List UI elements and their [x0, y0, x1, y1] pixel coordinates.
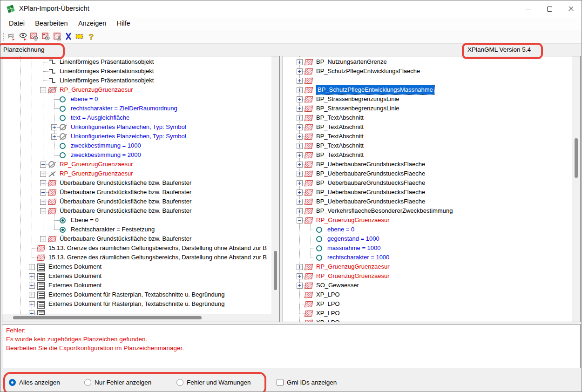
tree-item-label[interactable]: Externes Dokument für Rasterplan, Textab…	[48, 290, 224, 299]
expand-toggle[interactable]	[297, 59, 303, 65]
tree-item-label[interactable]: Externes Dokument	[48, 271, 102, 281]
tree-item-label[interactable]: 15.13. Grenze des räumlichen Geltungsber…	[48, 253, 267, 262]
delete-icon[interactable]	[64, 32, 74, 41]
menu-hilfe[interactable]: Hilfe	[113, 20, 135, 27]
tree-item[interactable]: BP_UeberbaubareGrundstuecksFlaeche	[283, 188, 572, 197]
tree-item[interactable]: BP_NutzungsartenGrenze	[283, 57, 572, 67]
tree-item[interactable]: BP_UeberbaubareGrundstuecksFlaeche	[283, 160, 572, 169]
tree-item-label[interactable]: ebene = 0	[327, 225, 354, 234]
tree-item-label[interactable]: RP_GruenzugGruenzaesur	[316, 216, 390, 225]
expand-toggle[interactable]	[40, 199, 46, 205]
help-icon[interactable]: ?	[87, 32, 96, 41]
tree-item-label[interactable]: BP_SchutzPflegeEntwicklungsMassnahme	[316, 85, 434, 95]
tree-item[interactable]: Linienförmiges Präsentationsobjekt	[2, 67, 271, 76]
tree-item[interactable]: RP_GruenzugGruenzaesur	[2, 160, 271, 169]
expand-toggle[interactable]	[297, 143, 303, 149]
expand-toggle[interactable]	[297, 208, 303, 214]
expand-toggle[interactable]	[29, 311, 35, 315]
tree-item-label[interactable]: BP_VerkehrsflaecheBesondererZweckbestimm…	[316, 206, 453, 216]
expand-toggle[interactable]	[297, 162, 303, 168]
expand-toggle[interactable]	[40, 189, 46, 196]
tree-item-label[interactable]: Überbaubare Grundstücksfläche bzw. Baufe…	[60, 178, 191, 188]
tree-item[interactable]: Überbaubare Grundstücksfläche bzw. Baufe…	[2, 197, 271, 206]
expand-toggle[interactable]	[51, 124, 57, 130]
tree-item[interactable]: rechtscharakter = 1000	[283, 253, 572, 262]
tree-item-label[interactable]: BP_UeberbaubareGrundstuecksFlaeche	[316, 197, 425, 206]
expand-toggle[interactable]	[29, 283, 35, 289]
eye-icon[interactable]	[19, 32, 28, 41]
tree-item[interactable]: RP_GruenzugGruenzaesur	[283, 262, 572, 271]
tree-item-label[interactable]: RP_GruenzugGruenzaesur	[60, 169, 133, 178]
tree-item-label[interactable]: SO_Gewaesser	[316, 281, 359, 290]
expand-toggle[interactable]	[297, 264, 303, 270]
tree-item[interactable]: BP_TextAbschnitt	[283, 150, 572, 160]
tree-item[interactable]: massnahme = 1000	[283, 243, 572, 253]
tree-item[interactable]: RP_GruenzugGruenzaesur	[2, 169, 271, 178]
tree-item[interactable]: BP_TextAbschnitt	[283, 132, 572, 141]
tree-item[interactable]: BP_UeberbaubareGrundstuecksFlaeche	[283, 197, 572, 206]
maximize-button[interactable]	[539, 0, 560, 17]
tree-item[interactable]: XP_LPO	[283, 318, 572, 322]
tree-item[interactable]: BP_TextAbschnitt	[283, 122, 572, 132]
tree-item-label[interactable]: 15.13. Grenze des räumlichen Geltungsber…	[48, 243, 267, 253]
tree-item-label[interactable]: BP_TextAbschnitt	[316, 132, 364, 141]
tree-item-label[interactable]: BP_TextAbschnitt	[316, 150, 364, 160]
expand-toggle[interactable]	[297, 189, 303, 196]
tree-item-label[interactable]: Externes Dokument	[48, 281, 102, 290]
planzeichen-manager-icon[interactable]	[53, 32, 62, 41]
expand-toggle[interactable]	[297, 273, 303, 279]
tree-item[interactable]: BP_TextAbschnitt	[283, 141, 572, 150]
tree-item[interactable]: Linienförmiges Präsentationsobjekt	[2, 57, 271, 67]
tree-item[interactable]: BP_TextAbschnitt	[283, 113, 572, 122]
tree-item[interactable]: Externes Dokument	[2, 281, 271, 290]
expand-toggle[interactable]	[29, 301, 35, 307]
tree-item[interactable]: 15.13. Grenze des räumlichen Geltungsber…	[2, 243, 271, 253]
tree-item-label[interactable]: XP_LPO	[316, 290, 340, 299]
tree-item-label[interactable]: BP_SchutzPflegeEntwicklungsFlaeche	[316, 67, 420, 76]
tree-item-label[interactable]: RP_GruenzugGruenzaesur	[316, 271, 390, 281]
tree-item[interactable]: Rechtscharakter = Festsetzung	[2, 225, 271, 234]
tree-item[interactable]: zweckbestimmung = 1000	[2, 141, 271, 150]
expand-toggle[interactable]	[297, 78, 303, 84]
tree-item-label[interactable]: zweckbestimmung = 1000	[71, 141, 141, 150]
expand-toggle[interactable]	[51, 134, 57, 140]
plan-structure-icon[interactable]	[7, 32, 16, 41]
tree-item[interactable]: BP_SchutzPflegeEntwicklungsMassnahme	[283, 85, 572, 95]
tree-item[interactable]: Externes Dokument für Rasterplan, Textab…	[2, 290, 271, 299]
expand-toggle[interactable]	[40, 236, 46, 242]
tree-item[interactable]: zweckbestimmung = 2000	[2, 150, 271, 160]
tree-item-label[interactable]: XP_LPO	[316, 318, 340, 322]
tree-item[interactable]: RP_GruenzugGruenzaesur	[283, 271, 572, 281]
expand-toggle[interactable]	[297, 115, 303, 121]
expand-toggle[interactable]	[297, 87, 303, 93]
tree-item[interactable]: Unkonfiguriertes Planzeichen, Typ: Symbo…	[2, 122, 271, 132]
tree-item[interactable]: XP_LPO	[283, 309, 572, 318]
menu-datei[interactable]: Datei	[5, 20, 29, 27]
tree-item[interactable]: Externes Dokument	[2, 271, 271, 281]
expand-toggle[interactable]	[297, 134, 303, 140]
tree-item-label[interactable]: zweckbestimmung = 2000	[71, 150, 141, 160]
tree-item[interactable]: BP_UeberbaubareGrundstuecksFlaeche	[283, 169, 572, 178]
tree-item[interactable]: Überbaubare Grundstücksfläche bzw. Baufe…	[2, 188, 271, 197]
close-button[interactable]	[560, 0, 582, 17]
right-vertical-scrollbar[interactable]	[572, 56, 580, 322]
tree-item-label[interactable]: Überbaubare Grundstücksfläche bzw. Baufe…	[60, 188, 191, 197]
expand-toggle[interactable]	[40, 162, 46, 168]
tree-item-label[interactable]: BP_TextAbschnitt	[316, 141, 364, 150]
expand-toggle[interactable]	[297, 171, 303, 177]
tree-item[interactable]: Unkonfiguriertes Planzeichen, Typ: Symbo…	[2, 132, 271, 141]
tree-item[interactable]: BP_StrassenbegrenzungsLinie	[283, 104, 572, 113]
tree-item[interactable]: XP_LPO	[283, 299, 572, 309]
menu-anzeigen[interactable]: Anzeigen	[74, 20, 110, 27]
expand-toggle[interactable]	[40, 180, 46, 186]
tree-item-label[interactable]: BP_TextAbschnitt	[316, 113, 364, 122]
tree-item[interactable]: BP_UeberbaubareGrundstuecksFlaeche	[283, 178, 572, 188]
tree-item[interactable]: Linienförmiges Präsentationsobjekt	[2, 76, 271, 85]
tree-item[interactable]: Überbaubare Grundstücksfläche bzw. Baufe…	[2, 178, 271, 188]
tree-item-label[interactable]: Externes Dokument	[48, 262, 102, 271]
tree-item-label[interactable]: BP_StrassenbegrenzungsLinie	[316, 95, 399, 104]
tree-item[interactable]: Überbaubare Grundstücksfläche bzw. Baufe…	[2, 206, 271, 216]
expand-toggle[interactable]	[297, 124, 303, 130]
tree-item-label[interactable]: Unkonfiguriertes Planzeichen, Typ: Symbo…	[71, 122, 186, 132]
tree-item-label[interactable]: Ebene = 0	[71, 216, 99, 225]
